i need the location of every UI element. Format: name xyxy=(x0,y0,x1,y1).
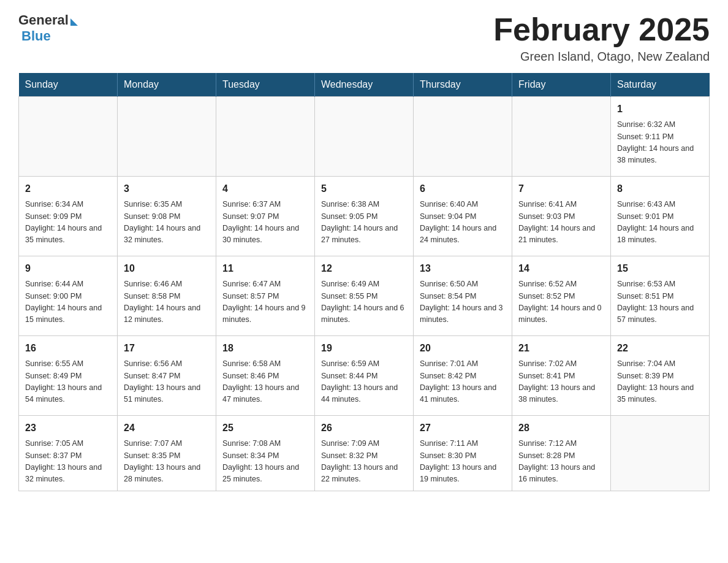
day-info: Sunrise: 6:40 AM Sunset: 9:04 PM Dayligh… xyxy=(420,199,506,247)
calendar-cell: 27Sunrise: 7:11 AM Sunset: 8:30 PM Dayli… xyxy=(414,416,512,491)
calendar-cell: 28Sunrise: 7:12 AM Sunset: 8:28 PM Dayli… xyxy=(512,416,611,491)
calendar-cell: 20Sunrise: 7:01 AM Sunset: 8:42 PM Dayli… xyxy=(414,336,512,416)
day-number: 22 xyxy=(617,341,703,356)
calendar-week-row: 9Sunrise: 6:44 AM Sunset: 9:00 PM Daylig… xyxy=(19,256,710,336)
calendar-cell: 12Sunrise: 6:49 AM Sunset: 8:55 PM Dayli… xyxy=(315,256,414,336)
day-info: Sunrise: 7:12 AM Sunset: 8:28 PM Dayligh… xyxy=(518,438,604,486)
calendar-week-row: 23Sunrise: 7:05 AM Sunset: 8:37 PM Dayli… xyxy=(19,416,710,491)
calendar-cell: 15Sunrise: 6:53 AM Sunset: 8:51 PM Dayli… xyxy=(611,256,710,336)
day-info: Sunrise: 6:59 AM Sunset: 8:44 PM Dayligh… xyxy=(321,358,407,406)
day-number: 27 xyxy=(420,421,506,435)
calendar-header-friday: Friday xyxy=(512,73,611,97)
day-number: 16 xyxy=(25,341,111,356)
day-number: 17 xyxy=(124,341,210,356)
calendar-cell: 23Sunrise: 7:05 AM Sunset: 8:37 PM Dayli… xyxy=(19,416,118,491)
day-info: Sunrise: 7:02 AM Sunset: 8:41 PM Dayligh… xyxy=(518,358,604,406)
calendar-cell: 11Sunrise: 6:47 AM Sunset: 8:57 PM Dayli… xyxy=(216,256,315,336)
calendar-cell: 8Sunrise: 6:43 AM Sunset: 9:01 PM Daylig… xyxy=(611,177,710,256)
calendar-cell: 13Sunrise: 6:50 AM Sunset: 8:54 PM Dayli… xyxy=(414,256,512,336)
calendar-cell xyxy=(512,97,611,177)
calendar-cell xyxy=(414,97,512,177)
day-info: Sunrise: 6:58 AM Sunset: 8:46 PM Dayligh… xyxy=(222,358,308,406)
day-info: Sunrise: 7:04 AM Sunset: 8:39 PM Dayligh… xyxy=(617,358,703,406)
calendar-cell: 14Sunrise: 6:52 AM Sunset: 8:52 PM Dayli… xyxy=(512,256,611,336)
day-info: Sunrise: 6:55 AM Sunset: 8:49 PM Dayligh… xyxy=(25,358,111,406)
day-info: Sunrise: 6:56 AM Sunset: 8:47 PM Dayligh… xyxy=(124,358,210,406)
day-info: Sunrise: 7:07 AM Sunset: 8:35 PM Dayligh… xyxy=(124,438,210,486)
calendar-cell: 16Sunrise: 6:55 AM Sunset: 8:49 PM Dayli… xyxy=(19,336,118,416)
calendar-cell: 10Sunrise: 6:46 AM Sunset: 8:58 PM Dayli… xyxy=(118,256,216,336)
day-number: 12 xyxy=(321,261,407,276)
logo-blue-text: Blue xyxy=(21,28,51,44)
logo-arrow-icon xyxy=(70,18,78,26)
day-info: Sunrise: 7:08 AM Sunset: 8:34 PM Dayligh… xyxy=(222,438,308,486)
calendar-header-saturday: Saturday xyxy=(611,73,710,97)
day-info: Sunrise: 6:32 AM Sunset: 9:11 PM Dayligh… xyxy=(617,119,703,167)
calendar-cell: 21Sunrise: 7:02 AM Sunset: 8:41 PM Dayli… xyxy=(512,336,611,416)
logo-general-text: General xyxy=(18,12,69,28)
day-info: Sunrise: 6:43 AM Sunset: 9:01 PM Dayligh… xyxy=(617,199,703,247)
day-number: 13 xyxy=(420,261,506,276)
day-number: 18 xyxy=(222,341,308,356)
day-info: Sunrise: 6:47 AM Sunset: 8:57 PM Dayligh… xyxy=(222,278,308,326)
day-number: 7 xyxy=(518,182,604,196)
calendar-cell: 7Sunrise: 6:41 AM Sunset: 9:03 PM Daylig… xyxy=(512,177,611,256)
calendar-cell: 19Sunrise: 6:59 AM Sunset: 8:44 PM Dayli… xyxy=(315,336,414,416)
day-number: 5 xyxy=(321,182,407,196)
day-number: 9 xyxy=(25,261,111,276)
day-number: 4 xyxy=(222,182,308,196)
day-number: 14 xyxy=(518,261,604,276)
day-number: 2 xyxy=(25,182,111,196)
location-text: Green Island, Otago, New Zealand xyxy=(493,50,710,64)
day-number: 19 xyxy=(321,341,407,356)
day-info: Sunrise: 6:41 AM Sunset: 9:03 PM Dayligh… xyxy=(518,199,604,247)
day-number: 25 xyxy=(222,421,308,435)
day-number: 15 xyxy=(617,261,703,276)
day-number: 6 xyxy=(420,182,506,196)
page-header: General Blue February 2025 Green Island,… xyxy=(18,12,710,64)
day-number: 8 xyxy=(617,182,703,196)
day-number: 21 xyxy=(518,341,604,356)
day-info: Sunrise: 7:05 AM Sunset: 8:37 PM Dayligh… xyxy=(25,438,111,486)
calendar-cell xyxy=(315,97,414,177)
day-info: Sunrise: 6:37 AM Sunset: 9:07 PM Dayligh… xyxy=(222,199,308,247)
calendar-header-wednesday: Wednesday xyxy=(315,73,414,97)
calendar-cell xyxy=(216,97,315,177)
day-number: 26 xyxy=(321,421,407,435)
day-number: 20 xyxy=(420,341,506,356)
calendar-cell: 2Sunrise: 6:34 AM Sunset: 9:09 PM Daylig… xyxy=(19,177,118,256)
day-info: Sunrise: 6:46 AM Sunset: 8:58 PM Dayligh… xyxy=(124,278,210,326)
logo: General Blue xyxy=(18,12,78,44)
calendar-cell: 4Sunrise: 6:37 AM Sunset: 9:07 PM Daylig… xyxy=(216,177,315,256)
day-info: Sunrise: 6:35 AM Sunset: 9:08 PM Dayligh… xyxy=(124,199,210,247)
day-info: Sunrise: 7:09 AM Sunset: 8:32 PM Dayligh… xyxy=(321,438,407,486)
day-info: Sunrise: 7:11 AM Sunset: 8:30 PM Dayligh… xyxy=(420,438,506,486)
day-number: 23 xyxy=(25,421,111,435)
calendar-cell: 26Sunrise: 7:09 AM Sunset: 8:32 PM Dayli… xyxy=(315,416,414,491)
day-info: Sunrise: 6:49 AM Sunset: 8:55 PM Dayligh… xyxy=(321,278,407,326)
day-info: Sunrise: 6:34 AM Sunset: 9:09 PM Dayligh… xyxy=(25,199,111,247)
calendar-header-monday: Monday xyxy=(118,73,216,97)
day-number: 3 xyxy=(124,182,210,196)
calendar-cell xyxy=(611,416,710,491)
day-number: 24 xyxy=(124,421,210,435)
day-number: 28 xyxy=(518,421,604,435)
calendar-cell: 22Sunrise: 7:04 AM Sunset: 8:39 PM Dayli… xyxy=(611,336,710,416)
day-info: Sunrise: 6:50 AM Sunset: 8:54 PM Dayligh… xyxy=(420,278,506,326)
day-info: Sunrise: 6:53 AM Sunset: 8:51 PM Dayligh… xyxy=(617,278,703,326)
calendar-cell: 6Sunrise: 6:40 AM Sunset: 9:04 PM Daylig… xyxy=(414,177,512,256)
calendar-cell: 18Sunrise: 6:58 AM Sunset: 8:46 PM Dayli… xyxy=(216,336,315,416)
calendar-header-row: SundayMondayTuesdayWednesdayThursdayFrid… xyxy=(19,73,710,97)
calendar-week-row: 1Sunrise: 6:32 AM Sunset: 9:11 PM Daylig… xyxy=(19,97,710,177)
day-info: Sunrise: 6:44 AM Sunset: 9:00 PM Dayligh… xyxy=(25,278,111,326)
day-number: 11 xyxy=(222,261,308,276)
calendar-cell: 24Sunrise: 7:07 AM Sunset: 8:35 PM Dayli… xyxy=(118,416,216,491)
calendar-week-row: 16Sunrise: 6:55 AM Sunset: 8:49 PM Dayli… xyxy=(19,336,710,416)
calendar-cell: 9Sunrise: 6:44 AM Sunset: 9:00 PM Daylig… xyxy=(19,256,118,336)
calendar-cell: 5Sunrise: 6:38 AM Sunset: 9:05 PM Daylig… xyxy=(315,177,414,256)
day-number: 1 xyxy=(617,102,703,117)
calendar-cell xyxy=(19,97,118,177)
calendar-cell: 3Sunrise: 6:35 AM Sunset: 9:08 PM Daylig… xyxy=(118,177,216,256)
calendar-header-tuesday: Tuesday xyxy=(216,73,315,97)
day-number: 10 xyxy=(124,261,210,276)
